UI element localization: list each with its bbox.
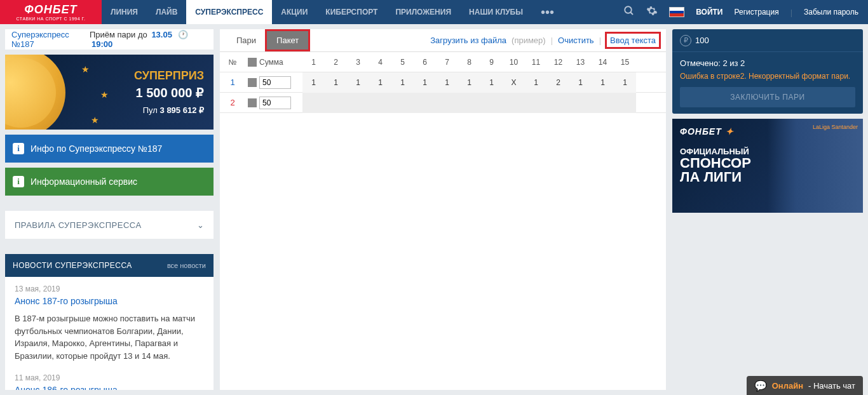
- news-text: В 187-м розыгрыше можно поставить на мат…: [15, 312, 204, 362]
- all-news-link[interactable]: все новости: [167, 262, 206, 269]
- tabs-row: Пари Пакет Загрузить из файла (пример) |…: [220, 29, 666, 52]
- svg-point-0: [625, 6, 632, 13]
- col-h: 5: [391, 58, 414, 67]
- nav-superexpress[interactable]: СУПЕРЭКСПРЕСС: [186, 0, 272, 24]
- bet-amount-row: ₽ 100: [672, 29, 863, 52]
- row-number: 2: [220, 98, 245, 107]
- gear-icon[interactable]: [646, 5, 658, 19]
- language-flag[interactable]: [669, 7, 684, 17]
- cell[interactable]: X: [503, 72, 525, 93]
- col-h: 9: [480, 58, 503, 67]
- sponsor-banner[interactable]: LaLiga Santander ФОНБЕТ✦ ОФИЦИАЛЬНЫЙ СПО…: [672, 119, 863, 213]
- row-checkbox[interactable]: [248, 98, 257, 107]
- nav-more[interactable]: •••: [532, 0, 563, 24]
- rules-expand[interactable]: ПРАВИЛА СУПЕРЭКСПРЕССА ⌄: [5, 211, 214, 239]
- input-text-link[interactable]: Ввод текста: [606, 33, 660, 48]
- place-bet-button[interactable]: ЗАКЛЮЧИТЬ ПАРИ: [680, 87, 855, 107]
- service-button[interactable]: iИнформационный сервис: [5, 168, 214, 196]
- cell[interactable]: [325, 93, 347, 113]
- cell[interactable]: [458, 93, 480, 113]
- news-title[interactable]: Анонс 186-го розыгрыша: [15, 385, 204, 390]
- nav-promo[interactable]: АКЦИИ: [272, 0, 316, 24]
- bet-grid: № Сумма 1 2 3 4 5 6 7 8 9 10 11 12 13 14…: [220, 52, 666, 113]
- cell[interactable]: [347, 93, 369, 113]
- chat-widget[interactable]: 💬 Онлайн - Начать чат: [747, 376, 863, 395]
- cell[interactable]: 1: [391, 72, 414, 93]
- cell[interactable]: [592, 93, 614, 113]
- select-all-checkbox[interactable]: [248, 58, 257, 67]
- news-card: НОВОСТИ СУПЕРЭКСПРЕССА все новости 13 ма…: [5, 254, 214, 390]
- cell[interactable]: [569, 93, 592, 113]
- cell[interactable]: 1: [414, 72, 436, 93]
- col-h: 11: [525, 58, 547, 67]
- cell[interactable]: 1: [325, 72, 347, 93]
- coin-graphic: [5, 55, 65, 130]
- cell[interactable]: 1: [458, 72, 480, 93]
- nav-live[interactable]: ЛАЙВ: [147, 0, 186, 24]
- table-row: 2: [220, 93, 666, 113]
- sum-input[interactable]: [259, 76, 291, 89]
- chevron-down-icon: ⌄: [197, 220, 205, 230]
- laliga-badge: LaLiga Santander: [813, 124, 858, 130]
- cell[interactable]: [480, 93, 503, 113]
- cell[interactable]: [525, 93, 547, 113]
- cell[interactable]: [436, 93, 458, 113]
- grid-header: № Сумма 1 2 3 4 5 6 7 8 9 10 11 12 13 14…: [220, 52, 666, 72]
- prize-banner[interactable]: ★ ★ ★ СУПЕРПРИЗ 1 500 000 ₽ Пул 3 895 61…: [5, 55, 214, 130]
- search-icon[interactable]: [623, 5, 635, 19]
- col-h: 8: [458, 58, 480, 67]
- players-graphic: [768, 119, 863, 213]
- register-link[interactable]: Регистрация: [734, 8, 778, 17]
- cell[interactable]: 2: [547, 72, 569, 93]
- info-button[interactable]: iИнфо по Суперэкспрессу №187: [5, 135, 214, 163]
- cell[interactable]: [302, 93, 325, 113]
- cell[interactable]: [391, 93, 414, 113]
- rules-label: ПРАВИЛА СУПЕРЭКСПРЕССА: [15, 220, 142, 230]
- cell[interactable]: [614, 93, 636, 113]
- draw-title[interactable]: Суперэкспресс №187: [11, 30, 90, 49]
- col-h: 13: [569, 58, 592, 67]
- cell[interactable]: 1: [592, 72, 614, 93]
- cell[interactable]: 1: [480, 72, 503, 93]
- cell[interactable]: 1: [347, 72, 369, 93]
- load-file-link[interactable]: Загрузить из файла: [430, 36, 506, 45]
- chat-text: - Начать чат: [808, 381, 855, 391]
- info-icon: i: [13, 143, 24, 154]
- nav-line[interactable]: ЛИНИЯ: [102, 0, 147, 24]
- news-title[interactable]: Анонс 187-го розыгрыша: [15, 296, 204, 306]
- tab-pari[interactable]: Пари: [226, 30, 266, 50]
- cell[interactable]: 1: [302, 72, 325, 93]
- col-h: 10: [503, 58, 525, 67]
- nav-esports[interactable]: КИБЕРСПОРТ: [316, 0, 386, 24]
- cell[interactable]: [369, 93, 391, 113]
- cell[interactable]: [503, 93, 525, 113]
- nav-apps[interactable]: ПРИЛОЖЕНИЯ: [386, 0, 460, 24]
- news-header: НОВОСТИ СУПЕРЭКСПРЕССА все новости: [5, 254, 214, 277]
- cell[interactable]: 1: [436, 72, 458, 93]
- cell[interactable]: [414, 93, 436, 113]
- cell[interactable]: [547, 93, 569, 113]
- tab-paket[interactable]: Пакет: [266, 30, 309, 50]
- cell[interactable]: 1: [525, 72, 547, 93]
- clear-link[interactable]: Очистить: [558, 36, 594, 45]
- left-column: Суперэкспресс №187 Приём пари до 13.05 🕐…: [5, 29, 214, 390]
- bet-error: Ошибка в строке2. Некорректный формат па…: [680, 72, 855, 81]
- info-icon: i: [13, 176, 24, 187]
- cell[interactable]: 1: [614, 72, 636, 93]
- info-bar: Суперэкспресс №187 Приём пари до 13.05 🕐…: [5, 29, 214, 50]
- sum-input[interactable]: [259, 97, 291, 109]
- center-column: Пари Пакет Загрузить из файла (пример) |…: [220, 29, 666, 390]
- forgot-password-link[interactable]: Забыли пароль: [804, 8, 858, 17]
- news-date: 13 мая, 2019: [15, 285, 204, 293]
- cell[interactable]: 1: [569, 72, 592, 93]
- row-checkbox[interactable]: [248, 78, 257, 87]
- col-h: 6: [414, 58, 436, 67]
- col-h: 14: [592, 58, 614, 67]
- example-link[interactable]: (пример): [512, 36, 546, 45]
- nav-clubs[interactable]: НАШИ КЛУБЫ: [460, 0, 532, 24]
- main-nav: ЛИНИЯ ЛАЙВ СУПЕРЭКСПРЕСС АКЦИИ КИБЕРСПОР…: [102, 0, 563, 24]
- col-h: 7: [436, 58, 458, 67]
- cell[interactable]: 1: [369, 72, 391, 93]
- login-link[interactable]: ВОЙТИ: [696, 8, 722, 17]
- logo[interactable]: ФОНБЕТ СТАВКИ НА СПОРТ С 1994 Г.: [0, 0, 102, 24]
